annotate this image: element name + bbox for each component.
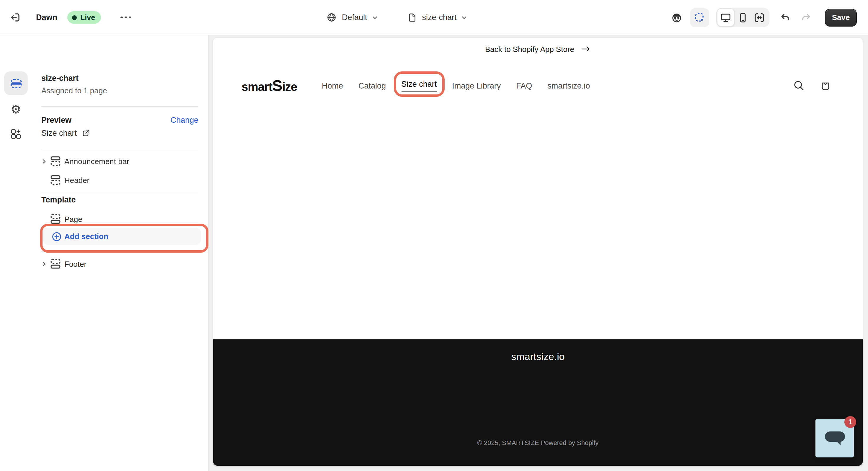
redo-button[interactable] (799, 10, 813, 25)
globe-icon (327, 12, 337, 23)
cart-icon[interactable] (819, 80, 831, 92)
chevron-down-icon (461, 14, 468, 21)
sections-panel: size-chart Assigned to 1 page Preview Ch… (31, 35, 209, 471)
preview-workspace: Back to Shopify App Store smartSize Home… (209, 35, 868, 471)
mobile-preview-button[interactable] (735, 9, 751, 26)
nav-item-catalog[interactable]: Catalog (359, 81, 386, 90)
search-icon[interactable] (793, 80, 805, 92)
preview-persona-button[interactable] (669, 10, 684, 25)
rail-item-apps[interactable] (4, 122, 28, 146)
chevron-right-icon (41, 158, 47, 164)
topbar-divider (393, 11, 393, 23)
panel-divider (41, 192, 198, 192)
add-section-button[interactable]: Add section (43, 228, 201, 245)
announcement-text: Back to Shopify App Store (485, 44, 574, 54)
footer-brand: smartsize.io (213, 351, 863, 363)
mobile-icon (737, 11, 749, 23)
exit-editor-button[interactable] (6, 8, 24, 26)
shopify-theme-editor: Dawn Live Default (0, 0, 868, 471)
section-row-header[interactable]: Header (31, 170, 209, 189)
undo-button[interactable] (778, 10, 792, 25)
fullwidth-icon (753, 11, 765, 23)
file-icon (407, 12, 417, 23)
editor-topbar: Dawn Live Default (0, 0, 868, 35)
panel-subtitle: Assigned to 1 page (41, 86, 107, 95)
nav-item-faq[interactable]: FAQ (516, 81, 532, 90)
nav-item-smartsize-io[interactable]: smartsize.io (547, 81, 590, 90)
store-footer: smartsize.io © 2025, SMARTSIZE Powered b… (213, 339, 863, 466)
footer-copyright: © 2025, SMARTSIZE Powered by Shopify (213, 439, 863, 446)
chat-launcher-button[interactable]: 1 (815, 419, 854, 458)
desktop-preview-button[interactable] (717, 8, 735, 27)
template-heading: Template (41, 195, 76, 204)
section-row-footer[interactable]: Footer (31, 254, 209, 273)
chevron-right-icon (41, 260, 47, 267)
rail-item-sections[interactable] (4, 71, 28, 95)
nav-item-home[interactable]: Home (322, 81, 343, 90)
footer-section-icon (50, 258, 61, 270)
rail-item-theme-settings[interactable]: ⚙ (4, 97, 28, 121)
preview-label: Preview (41, 116, 71, 125)
nav-item-size-chart[interactable]: Size chart (401, 80, 437, 92)
preview-target-link[interactable]: Size chart (41, 129, 90, 137)
chat-unread-badge: 1 (844, 416, 856, 428)
store-header: smartSize Home Catalog Size chart Image … (213, 60, 863, 112)
header-section-icon (50, 155, 61, 167)
store-logo[interactable]: smartSize (242, 76, 297, 95)
panel-divider (41, 106, 198, 107)
save-button[interactable]: Save (825, 8, 857, 26)
preview-persona-icon (671, 12, 682, 23)
plus-circle-icon (52, 232, 61, 241)
template-section-icon (50, 213, 61, 225)
sections-icon (10, 77, 22, 89)
locale-selector[interactable]: Default (342, 13, 367, 22)
panel-divider (41, 149, 198, 149)
live-dot-icon (72, 15, 77, 20)
exit-icon (9, 12, 20, 23)
theme-name: Dawn (36, 13, 57, 22)
panel-divider (41, 251, 198, 252)
device-preview-segmented-control (716, 8, 769, 27)
inspect-select-button[interactable] (690, 8, 709, 27)
page-selector[interactable]: size-chart (422, 13, 457, 22)
arrow-right-icon (580, 45, 591, 53)
panel-title: size-chart (41, 74, 79, 83)
chevron-down-icon (371, 14, 378, 21)
gear-icon: ⚙ (11, 103, 21, 115)
desktop-icon (720, 11, 732, 23)
chat-bubble-icon (824, 431, 845, 446)
fullwidth-preview-button[interactable] (751, 9, 768, 26)
store-nav: Home Catalog Size chart Image Library FA… (322, 80, 590, 92)
section-row-announcement-bar[interactable]: Announcement bar (31, 152, 209, 170)
storefront-preview-frame: Back to Shopify App Store smartSize Home… (213, 38, 863, 466)
change-preview-link[interactable]: Change (170, 116, 198, 125)
announcement-bar[interactable]: Back to Shopify App Store (213, 38, 863, 61)
live-status-badge: Live (67, 11, 101, 24)
section-row-page[interactable]: Page (31, 210, 209, 228)
header-section-icon (50, 174, 61, 186)
theme-options-menu-button[interactable] (117, 13, 134, 22)
store-page-content (213, 111, 863, 339)
redo-icon (800, 12, 812, 23)
editor-icon-rail: ⚙ (0, 35, 32, 471)
external-link-icon (82, 129, 90, 137)
nav-item-image-library[interactable]: Image Library (452, 81, 501, 90)
inspect-select-icon (694, 11, 706, 23)
undo-icon (779, 12, 790, 23)
apps-icon (10, 128, 22, 140)
add-section-label: Add section (64, 232, 108, 241)
